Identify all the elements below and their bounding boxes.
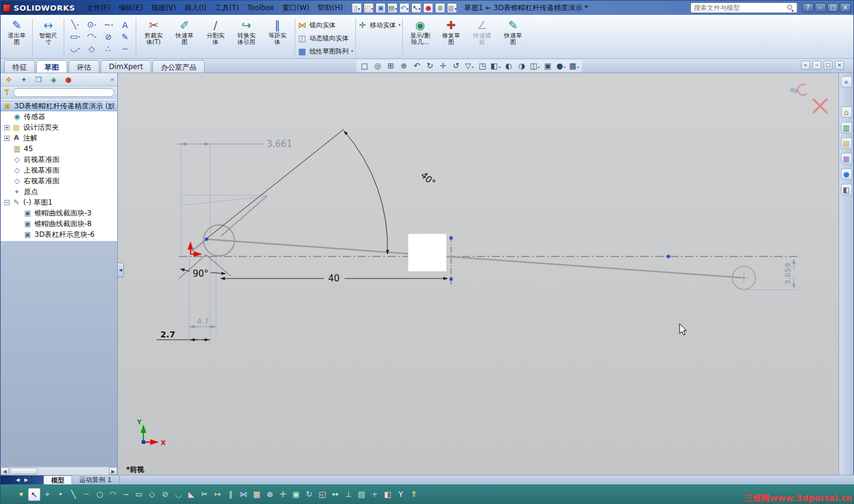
status-fillet-icon[interactable]: ◡ — [172, 488, 184, 501]
close-button[interactable]: × — [840, 3, 851, 12]
status-dropdown-icon[interactable]: ▾ — [15, 488, 27, 501]
new-document-icon[interactable]: ▯ — [352, 3, 362, 13]
options-icon[interactable]: ▥ — [447, 3, 457, 13]
menu-file[interactable]: 文件(F) — [82, 1, 114, 15]
tree-item-block-3[interactable]: ▣ 锥帽曲线截面块-3 — [1, 208, 117, 218]
doc-minimize-button[interactable]: ‒ — [812, 61, 821, 70]
expand-toggle[interactable]: − — [4, 200, 10, 205]
arc-tool-icon[interactable]: ◠ — [86, 32, 97, 42]
status-offset-icon[interactable]: ∥ — [224, 488, 237, 501]
tree-root-item[interactable]: ▣ 3D表锥帽杠杆传递精度演示 (默 — [1, 101, 117, 111]
filter-input[interactable] — [13, 88, 114, 97]
tab-scroll-left-icon[interactable]: ◀ — [16, 477, 20, 483]
file-properties-icon[interactable]: ≣ — [435, 3, 445, 13]
menu-view[interactable]: 视图(V) — [147, 1, 180, 15]
status-centerline-icon[interactable]: ╌ — [80, 488, 93, 501]
rectangle-tool-icon[interactable]: ▭ — [70, 32, 80, 42]
open-icon[interactable]: ◰ — [364, 3, 374, 13]
minimize-button[interactable]: – — [815, 3, 826, 12]
status-ellipse-icon[interactable]: ⊘ — [159, 488, 171, 501]
status-scale-icon[interactable]: ◱ — [316, 488, 329, 501]
scrollbar-thumb[interactable] — [10, 468, 37, 474]
repair-sketch-button[interactable]: ✚ 修复草 图 — [436, 16, 467, 57]
angle-dimension-40deg[interactable]: 40° — [207, 129, 437, 254]
zoom-area-icon[interactable]: ⊞ — [384, 61, 397, 71]
expand-toggle[interactable]: + — [4, 125, 10, 130]
display-delete-relations-button[interactable]: ◉ 显示/删 除几... — [405, 16, 436, 57]
status-snap-icon[interactable]: ⌖ — [41, 488, 54, 501]
standard-views-icon[interactable]: ◳ — [476, 61, 489, 71]
polygon-tool-icon[interactable]: ◇ — [86, 44, 97, 54]
menu-toolbox[interactable]: Toolbox — [243, 1, 279, 15]
tab-evaluate[interactable]: 评估 — [68, 60, 99, 73]
panel-horizontal-scrollbar[interactable]: ◀ ▶ — [1, 467, 117, 475]
custom-properties-icon[interactable]: ◧ — [841, 184, 852, 195]
status-trim-icon[interactable]: ✂ — [198, 488, 211, 501]
tree-item-block-6[interactable]: ▣ 3D表杠杆示意块-6 — [1, 229, 117, 240]
save-icon[interactable]: ▣ — [376, 3, 386, 13]
tree-item-sketch1[interactable]: − ✎ (-) 草图1 — [1, 197, 117, 208]
tab-scroll-right-icon[interactable]: ▶ — [24, 477, 28, 483]
menu-tools[interactable]: 工具(T) — [211, 1, 243, 15]
construction-line-icon[interactable]: ╌ — [120, 44, 130, 54]
status-split-icon[interactable]: Y — [395, 488, 407, 501]
menu-help[interactable]: 帮助(H) — [314, 1, 347, 15]
linear-sketch-pattern-button[interactable]: ▦ 线性草图阵列 — [297, 45, 354, 57]
status-mirror-icon[interactable]: ⋈ — [237, 488, 250, 501]
convert-entities-button[interactable]: ↪ 转换实 体引用 — [231, 16, 262, 57]
help-button[interactable]: ? — [802, 3, 814, 12]
menu-window[interactable]: 窗口(W) — [279, 1, 314, 15]
status-select-icon[interactable]: ↖ — [28, 488, 40, 501]
section-view-icon[interactable]: ◫ — [528, 61, 541, 71]
dim-length-text[interactable]: 40 — [328, 273, 339, 284]
dimxpert-tab-icon[interactable]: ◈ — [48, 74, 59, 85]
status-circular-pattern-icon[interactable]: ⊛ — [264, 488, 276, 501]
taskpane-collapse-icon[interactable]: « — [841, 76, 852, 87]
status-rotate-icon[interactable]: ↻ — [303, 488, 315, 501]
dim-mid-text[interactable]: 4.7 — [197, 317, 209, 325]
angle-dimension-90deg[interactable]: 90° — [179, 255, 231, 279]
tab-model[interactable]: 模型 — [43, 475, 72, 484]
panel-collapse-button[interactable]: ◀ — [118, 262, 124, 277]
undo-icon[interactable]: ↶ — [399, 3, 409, 13]
status-chamfer-icon[interactable]: ◣ — [185, 488, 198, 501]
rebuild-icon[interactable]: ● — [423, 3, 433, 13]
tree-item-design-binder[interactable]: + ▤ 设计活页夹 — [1, 122, 117, 133]
scroll-left-button[interactable]: ◀ — [1, 467, 9, 475]
display-style-icon[interactable]: ◧ — [489, 61, 502, 71]
roll-view-icon[interactable]: ↺ — [450, 61, 462, 71]
tab-motion-study[interactable]: 运动算例 1 — [72, 475, 120, 484]
sketch-lever-line[interactable] — [191, 196, 744, 278]
text-tool-icon[interactable]: A — [120, 20, 130, 30]
fillet-tool-icon[interactable]: ◡ — [70, 43, 80, 54]
dimension-3659[interactable]: 3.659 — [783, 259, 794, 288]
tree-item-block-8[interactable]: ▣ 锥帽曲线截面块-8 — [1, 218, 117, 229]
tab-features[interactable]: 特征 — [4, 60, 35, 73]
view-palette-icon[interactable]: ▦ — [841, 153, 852, 164]
camera-icon[interactable]: ▣ — [542, 61, 554, 71]
status-point-icon[interactable]: • — [54, 488, 67, 501]
dim-right-text[interactable]: 3.659 — [783, 262, 792, 284]
status-block-icon[interactable]: ◧ — [381, 488, 394, 501]
status-arc-icon[interactable]: ◠ — [107, 488, 119, 501]
dim-small-text[interactable]: 2.7 — [161, 330, 176, 339]
point-tool-icon[interactable]: ∴ — [103, 44, 114, 54]
search-input[interactable] — [694, 4, 785, 11]
shadow-view-icon[interactable]: ◑ — [515, 61, 528, 71]
appearances-icon[interactable]: ● — [555, 61, 567, 71]
tree-item-origin[interactable]: ⌖ 原点 — [1, 186, 117, 197]
dimension-3661[interactable]: 3.661 — [177, 139, 292, 149]
status-copy-icon[interactable]: ▣ — [290, 488, 302, 501]
exit-sketch-button[interactable]: ✎ 退出草 图 — [3, 16, 30, 57]
menu-edit[interactable]: 编辑(E) — [114, 1, 147, 15]
circle-tool-icon[interactable]: ⊙ — [86, 20, 97, 30]
status-convert-icon[interactable]: ⇑ — [408, 488, 420, 501]
tree-item-front-plane[interactable]: ◇ 前视基准面 — [1, 154, 117, 165]
status-extend-icon[interactable]: ↦ — [211, 488, 224, 501]
graphics-area[interactable]: 40° 3.661 90° — [118, 73, 840, 475]
dim-angle-text[interactable]: 40° — [418, 170, 437, 188]
display-manager-tab-icon[interactable]: ● — [63, 74, 74, 85]
select-icon[interactable]: ↖ — [411, 3, 421, 13]
dim-top-text[interactable]: 3.661 — [267, 139, 292, 149]
dimension-27[interactable]: 2.7 — [157, 329, 210, 345]
